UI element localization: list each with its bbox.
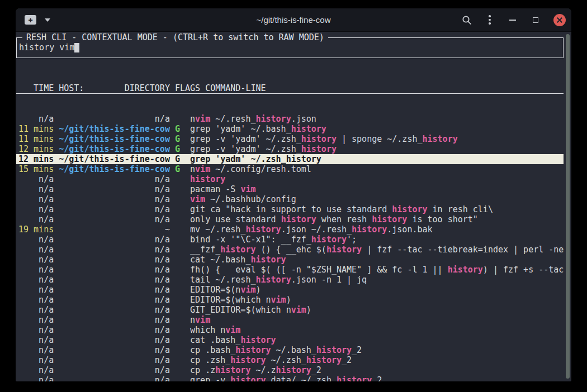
history-row[interactable]: n/a n/a cp .zhistory ~/.zhistory_2	[16, 365, 564, 375]
history-row[interactable]: n/a n/a tail ~/.resh_history.json -n 1 |…	[16, 275, 564, 285]
table-rows: n/a n/a nvim ~/.resh_history.json11 mins…	[16, 114, 564, 381]
history-row[interactable]: n/a n/a bind -x '"\C-x1": __fzf_history'…	[16, 235, 564, 245]
history-row[interactable]: n/a n/a nvim ~/.resh_history.json	[16, 114, 564, 124]
history-row[interactable]: n/a n/a EDITOR=$(which nvim)	[16, 295, 564, 305]
chevron-down-icon[interactable]	[45, 18, 50, 22]
restore-button[interactable]	[531, 15, 541, 25]
history-row[interactable]: n/a n/a EDITOR=$(nvim)	[16, 285, 564, 295]
search-input[interactable]: history vim	[19, 42, 79, 52]
history-row-selected[interactable]: 12 mins ~/git/this-is-fine-cow G grep 'y…	[16, 154, 564, 164]
resh-mode-legend: RESH CLI - CONTEXTUAL MODE - (CTRL+R to …	[22, 32, 328, 42]
search-query-text: history vim	[19, 42, 74, 52]
terminal-window: + ~/git/this-is-fine-cow RESH CLI - CONT…	[16, 8, 571, 381]
history-row[interactable]: n/a n/a GIT_EDITOR=$(which nvim)	[16, 305, 564, 315]
restore-icon	[533, 17, 538, 23]
history-row[interactable]: n/a n/a history	[16, 174, 564, 184]
search-button[interactable]	[462, 15, 472, 25]
history-row[interactable]: n/a n/a fh() { eval $( ([ -n "$ZSH_NAME"…	[16, 265, 564, 275]
close-button[interactable]	[553, 14, 566, 26]
scrollbar-thumb[interactable]	[566, 34, 570, 379]
history-row[interactable]: n/a n/a cat ~/.bash_history	[16, 255, 564, 265]
history-row[interactable]: n/a n/a vim ~/.bashhub/config	[16, 194, 564, 204]
history-table: TIME HOST: DIRECTORY FLAGS COMMAND-LINE …	[16, 64, 564, 381]
history-row[interactable]: n/a n/a cp .zsh_history ~/.zsh_history_2	[16, 355, 564, 365]
plus-icon: +	[28, 16, 32, 24]
history-row[interactable]: n/a n/a cp .bash_history ~/.bash_history…	[16, 345, 564, 355]
history-row[interactable]: 19 mins ~ mv ~/.resh_history.json ~/.res…	[16, 224, 564, 235]
history-row[interactable]: 11 mins ~/git/this-is-fine-cow G grep 'y…	[16, 124, 564, 134]
history-row[interactable]: n/a n/a which nvim	[16, 325, 564, 335]
history-row[interactable]: n/a n/a pacman -S vim	[16, 184, 564, 194]
history-row[interactable]: 11 mins ~/git/this-is-fine-cow G grep -v…	[16, 134, 564, 144]
minimize-button[interactable]	[508, 15, 518, 25]
history-row[interactable]: n/a n/a git ca "hack in support to use s…	[16, 204, 564, 214]
history-row[interactable]: 12 mins ~/git/this-is-fine-cow G grep -v…	[16, 144, 564, 154]
menu-button[interactable]	[485, 15, 495, 25]
new-tab-button[interactable]: +	[25, 15, 36, 25]
text-cursor	[74, 43, 79, 52]
history-row[interactable]: n/a n/a grep -v history_data/ ~/.zsh_his…	[16, 375, 564, 381]
terminal-content: RESH CLI - CONTEXTUAL MODE - (CTRL+R to …	[16, 32, 571, 381]
history-row[interactable]: n/a n/a cat .bash_history	[16, 335, 564, 345]
minimize-icon	[509, 20, 516, 21]
table-header: TIME HOST: DIRECTORY FLAGS COMMAND-LINE	[16, 84, 564, 94]
history-row[interactable]: 15 mins ~/git/this-is-fine-cow G nvim ~/…	[16, 164, 564, 174]
history-row[interactable]: n/a n/a nvim	[16, 315, 564, 325]
resh-search-box: RESH CLI - CONTEXTUAL MODE - (CTRL+R to …	[16, 37, 564, 58]
history-row[interactable]: n/a n/a __fzf_history () { __ehc $(histo…	[16, 245, 564, 255]
history-row[interactable]: n/a n/a only use standard history when r…	[16, 214, 564, 224]
titlebar: + ~/git/this-is-fine-cow	[16, 8, 571, 32]
search-icon	[462, 15, 472, 25]
